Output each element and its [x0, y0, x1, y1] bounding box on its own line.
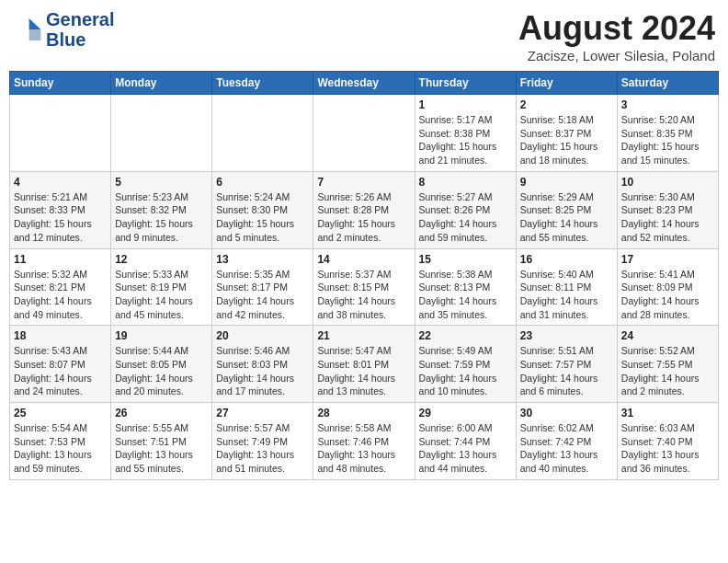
day-number: 10 — [621, 176, 714, 189]
day-cell: 30Sunrise: 6:02 AMSunset: 7:42 PMDayligh… — [516, 403, 617, 480]
day-cell — [10, 95, 111, 172]
day-number: 20 — [216, 329, 309, 342]
main-title: August 2024 — [518, 9, 715, 48]
day-number: 21 — [317, 329, 410, 342]
day-number: 23 — [520, 329, 613, 342]
day-info: Sunrise: 5:24 AMSunset: 8:30 PMDaylight:… — [216, 190, 309, 245]
day-number: 12 — [115, 253, 208, 266]
day-info: Sunrise: 5:41 AMSunset: 8:09 PMDaylight:… — [621, 268, 714, 322]
day-info: Sunrise: 5:37 AMSunset: 8:15 PMDaylight:… — [317, 268, 410, 322]
day-info: Sunrise: 6:02 AMSunset: 7:42 PMDaylight:… — [520, 421, 613, 476]
day-number: 15 — [419, 253, 512, 266]
day-number: 29 — [419, 407, 512, 419]
weekday-header-row: SundayMondayTuesdayWednesdayThursdayFrid… — [10, 72, 719, 95]
day-number: 22 — [419, 329, 512, 342]
day-cell: 14Sunrise: 5:37 AMSunset: 8:15 PMDayligh… — [313, 248, 415, 326]
day-info: Sunrise: 5:20 AMSunset: 8:35 PMDaylight:… — [621, 113, 714, 167]
day-info: Sunrise: 5:51 AMSunset: 7:57 PMDaylight:… — [520, 344, 613, 398]
day-info: Sunrise: 5:17 AMSunset: 8:38 PMDaylight:… — [419, 113, 512, 167]
day-number: 24 — [621, 329, 714, 342]
day-cell: 21Sunrise: 5:47 AMSunset: 8:01 PMDayligh… — [313, 326, 415, 403]
day-number: 7 — [317, 176, 410, 189]
day-cell — [111, 95, 212, 172]
day-cell — [212, 95, 313, 172]
day-info: Sunrise: 5:46 AMSunset: 8:03 PMDaylight:… — [216, 344, 309, 398]
day-number: 31 — [621, 407, 714, 419]
day-info: Sunrise: 5:44 AMSunset: 8:05 PMDaylight:… — [115, 344, 208, 398]
day-cell: 24Sunrise: 5:52 AMSunset: 7:55 PMDayligh… — [617, 326, 718, 403]
day-cell: 9Sunrise: 5:29 AMSunset: 8:25 PMDaylight… — [516, 171, 617, 248]
svg-marker-0 — [29, 18, 41, 29]
day-cell: 17Sunrise: 5:41 AMSunset: 8:09 PMDayligh… — [617, 248, 718, 326]
day-number: 11 — [14, 253, 107, 266]
day-cell: 7Sunrise: 5:26 AMSunset: 8:28 PMDaylight… — [313, 171, 415, 248]
day-number: 26 — [115, 407, 208, 419]
day-cell: 3Sunrise: 5:20 AMSunset: 8:35 PMDaylight… — [617, 95, 718, 172]
day-number: 3 — [621, 98, 714, 111]
weekday-header-saturday: Saturday — [617, 72, 718, 95]
week-row-2: 4Sunrise: 5:21 AMSunset: 8:33 PMDaylight… — [10, 171, 719, 248]
day-info: Sunrise: 5:29 AMSunset: 8:25 PMDaylight:… — [520, 190, 613, 245]
day-number: 5 — [115, 176, 208, 189]
day-number: 30 — [520, 407, 613, 419]
day-info: Sunrise: 5:47 AMSunset: 8:01 PMDaylight:… — [317, 344, 410, 398]
day-info: Sunrise: 5:27 AMSunset: 8:26 PMDaylight:… — [419, 190, 512, 245]
day-info: Sunrise: 5:35 AMSunset: 8:17 PMDaylight:… — [216, 268, 309, 322]
day-number: 25 — [14, 407, 107, 419]
day-cell: 18Sunrise: 5:43 AMSunset: 8:07 PMDayligh… — [10, 326, 111, 403]
day-cell: 16Sunrise: 5:40 AMSunset: 8:11 PMDayligh… — [516, 248, 617, 326]
day-cell: 8Sunrise: 5:27 AMSunset: 8:26 PMDaylight… — [415, 171, 516, 248]
day-number: 14 — [317, 253, 410, 266]
day-info: Sunrise: 5:52 AMSunset: 7:55 PMDaylight:… — [621, 344, 714, 398]
day-info: Sunrise: 5:30 AMSunset: 8:23 PMDaylight:… — [621, 190, 714, 245]
day-number: 19 — [115, 329, 208, 342]
week-row-5: 25Sunrise: 5:54 AMSunset: 7:53 PMDayligh… — [10, 403, 719, 480]
day-cell: 10Sunrise: 5:30 AMSunset: 8:23 PMDayligh… — [617, 171, 718, 248]
weekday-header-sunday: Sunday — [10, 72, 111, 95]
day-number: 17 — [621, 253, 714, 266]
week-row-3: 11Sunrise: 5:32 AMSunset: 8:21 PMDayligh… — [10, 248, 719, 326]
day-cell: 15Sunrise: 5:38 AMSunset: 8:13 PMDayligh… — [415, 248, 516, 326]
day-info: Sunrise: 5:21 AMSunset: 8:33 PMDaylight:… — [14, 190, 107, 245]
day-cell: 5Sunrise: 5:23 AMSunset: 8:32 PMDaylight… — [111, 171, 212, 248]
title-block: August 2024 Zacisze, Lower Silesia, Pola… — [518, 9, 715, 63]
calendar-table: SundayMondayTuesdayWednesdayThursdayFrid… — [9, 71, 719, 480]
day-info: Sunrise: 5:32 AMSunset: 8:21 PMDaylight:… — [14, 268, 107, 322]
day-cell: 20Sunrise: 5:46 AMSunset: 8:03 PMDayligh… — [212, 326, 313, 403]
day-info: Sunrise: 5:58 AMSunset: 7:46 PMDaylight:… — [317, 421, 410, 476]
day-number: 1 — [419, 98, 512, 111]
day-cell: 1Sunrise: 5:17 AMSunset: 8:38 PMDaylight… — [415, 95, 516, 172]
day-number: 18 — [14, 329, 107, 342]
day-info: Sunrise: 5:26 AMSunset: 8:28 PMDaylight:… — [317, 190, 410, 245]
day-cell: 13Sunrise: 5:35 AMSunset: 8:17 PMDayligh… — [212, 248, 313, 326]
day-cell: 31Sunrise: 6:03 AMSunset: 7:40 PMDayligh… — [617, 403, 718, 480]
day-number: 9 — [520, 176, 613, 189]
weekday-header-friday: Friday — [516, 72, 617, 95]
weekday-header-wednesday: Wednesday — [313, 72, 415, 95]
day-info: Sunrise: 5:49 AMSunset: 7:59 PMDaylight:… — [419, 344, 512, 398]
logo-text: General Blue — [46, 9, 114, 50]
day-cell: 27Sunrise: 5:57 AMSunset: 7:49 PMDayligh… — [212, 403, 313, 480]
day-number: 8 — [419, 176, 512, 189]
day-info: Sunrise: 6:00 AMSunset: 7:44 PMDaylight:… — [419, 421, 512, 476]
day-info: Sunrise: 5:55 AMSunset: 7:51 PMDaylight:… — [115, 421, 208, 476]
day-info: Sunrise: 5:57 AMSunset: 7:49 PMDaylight:… — [216, 421, 309, 476]
day-info: Sunrise: 5:43 AMSunset: 8:07 PMDaylight:… — [14, 344, 107, 398]
day-cell: 2Sunrise: 5:18 AMSunset: 8:37 PMDaylight… — [516, 95, 617, 172]
day-cell: 11Sunrise: 5:32 AMSunset: 8:21 PMDayligh… — [10, 248, 111, 326]
day-cell: 28Sunrise: 5:58 AMSunset: 7:46 PMDayligh… — [313, 403, 415, 480]
week-row-4: 18Sunrise: 5:43 AMSunset: 8:07 PMDayligh… — [10, 326, 719, 403]
day-cell: 4Sunrise: 5:21 AMSunset: 8:33 PMDaylight… — [10, 171, 111, 248]
page-header: General Blue August 2024 Zacisze, Lower … — [9, 9, 719, 63]
day-cell: 19Sunrise: 5:44 AMSunset: 8:05 PMDayligh… — [111, 326, 212, 403]
day-cell: 6Sunrise: 5:24 AMSunset: 8:30 PMDaylight… — [212, 171, 313, 248]
day-number: 4 — [14, 176, 107, 189]
weekday-header-tuesday: Tuesday — [212, 72, 313, 95]
day-number: 27 — [216, 407, 309, 419]
day-number: 28 — [317, 407, 410, 419]
day-cell: 25Sunrise: 5:54 AMSunset: 7:53 PMDayligh… — [10, 403, 111, 480]
day-info: Sunrise: 5:18 AMSunset: 8:37 PMDaylight:… — [520, 113, 613, 167]
subtitle: Zacisze, Lower Silesia, Poland — [518, 48, 715, 63]
weekday-header-monday: Monday — [111, 72, 212, 95]
day-info: Sunrise: 5:54 AMSunset: 7:53 PMDaylight:… — [14, 421, 107, 476]
